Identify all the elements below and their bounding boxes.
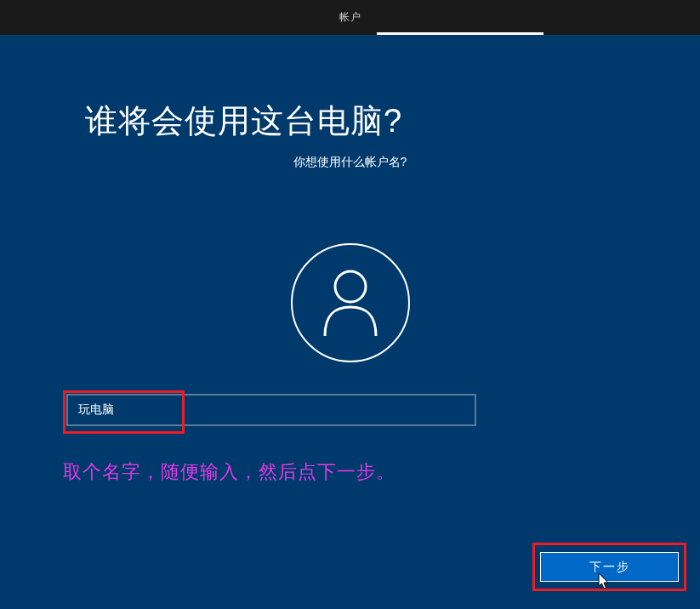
next-button[interactable]: 下一步 — [540, 552, 679, 582]
user-icon — [322, 270, 379, 336]
svg-point-0 — [335, 271, 366, 302]
username-input-area — [66, 394, 476, 426]
tab-underline — [377, 32, 543, 35]
username-input[interactable] — [66, 394, 476, 426]
setup-content: 谁将会使用这台电脑? 你想使用什么帐户名? — [0, 35, 700, 362]
user-avatar-placeholder — [291, 243, 410, 362]
next-button-highlight-annotation: 下一步 — [532, 543, 686, 591]
top-bar: 帐户 — [0, 0, 700, 35]
page-subtitle: 你想使用什么帐户名? — [0, 155, 700, 170]
tab-title: 帐户 — [339, 10, 361, 25]
instruction-annotation: 取个名字，随便输入，然后点下一步。 — [63, 459, 396, 485]
page-title: 谁将会使用这台电脑? — [85, 100, 700, 143]
